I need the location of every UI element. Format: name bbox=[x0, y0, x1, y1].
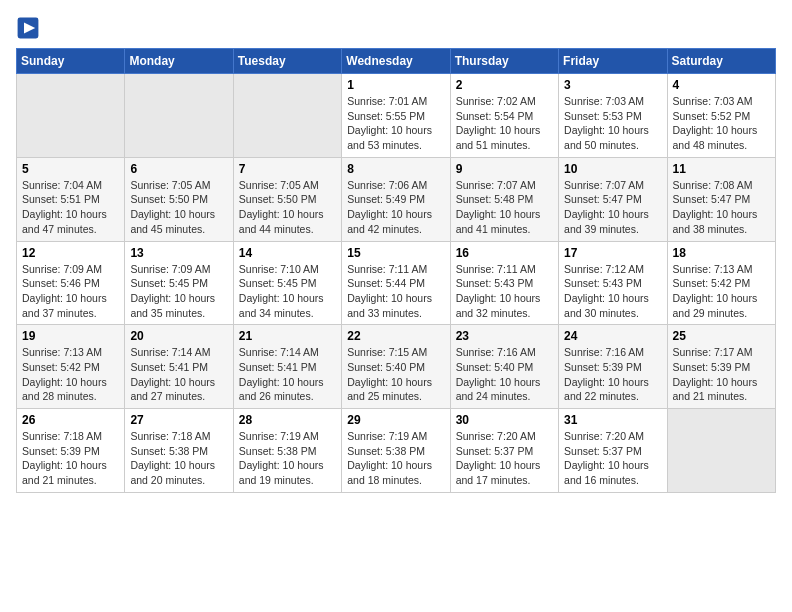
calendar-cell: 4Sunrise: 7:03 AMSunset: 5:52 PMDaylight… bbox=[667, 74, 775, 158]
page-header bbox=[16, 16, 776, 40]
day-info: Sunrise: 7:15 AMSunset: 5:40 PMDaylight:… bbox=[347, 345, 444, 404]
day-info: Sunrise: 7:11 AMSunset: 5:44 PMDaylight:… bbox=[347, 262, 444, 321]
day-info: Sunrise: 7:05 AMSunset: 5:50 PMDaylight:… bbox=[130, 178, 227, 237]
day-number: 6 bbox=[130, 162, 227, 176]
day-info: Sunrise: 7:16 AMSunset: 5:39 PMDaylight:… bbox=[564, 345, 661, 404]
day-info: Sunrise: 7:11 AMSunset: 5:43 PMDaylight:… bbox=[456, 262, 553, 321]
calendar-cell: 20Sunrise: 7:14 AMSunset: 5:41 PMDayligh… bbox=[125, 325, 233, 409]
day-number: 15 bbox=[347, 246, 444, 260]
day-number: 2 bbox=[456, 78, 553, 92]
calendar-week-row: 12Sunrise: 7:09 AMSunset: 5:46 PMDayligh… bbox=[17, 241, 776, 325]
day-info: Sunrise: 7:03 AMSunset: 5:52 PMDaylight:… bbox=[673, 94, 770, 153]
day-info: Sunrise: 7:08 AMSunset: 5:47 PMDaylight:… bbox=[673, 178, 770, 237]
day-number: 10 bbox=[564, 162, 661, 176]
day-number: 25 bbox=[673, 329, 770, 343]
calendar-cell: 9Sunrise: 7:07 AMSunset: 5:48 PMDaylight… bbox=[450, 157, 558, 241]
day-info: Sunrise: 7:10 AMSunset: 5:45 PMDaylight:… bbox=[239, 262, 336, 321]
calendar-cell: 7Sunrise: 7:05 AMSunset: 5:50 PMDaylight… bbox=[233, 157, 341, 241]
day-number: 13 bbox=[130, 246, 227, 260]
day-info: Sunrise: 7:19 AMSunset: 5:38 PMDaylight:… bbox=[347, 429, 444, 488]
calendar-cell: 18Sunrise: 7:13 AMSunset: 5:42 PMDayligh… bbox=[667, 241, 775, 325]
calendar-cell: 27Sunrise: 7:18 AMSunset: 5:38 PMDayligh… bbox=[125, 409, 233, 493]
day-number: 17 bbox=[564, 246, 661, 260]
day-number: 18 bbox=[673, 246, 770, 260]
calendar-cell bbox=[125, 74, 233, 158]
calendar-week-row: 26Sunrise: 7:18 AMSunset: 5:39 PMDayligh… bbox=[17, 409, 776, 493]
calendar-cell: 5Sunrise: 7:04 AMSunset: 5:51 PMDaylight… bbox=[17, 157, 125, 241]
day-number: 22 bbox=[347, 329, 444, 343]
weekday-header: Monday bbox=[125, 49, 233, 74]
day-info: Sunrise: 7:20 AMSunset: 5:37 PMDaylight:… bbox=[456, 429, 553, 488]
calendar-cell: 31Sunrise: 7:20 AMSunset: 5:37 PMDayligh… bbox=[559, 409, 667, 493]
day-info: Sunrise: 7:01 AMSunset: 5:55 PMDaylight:… bbox=[347, 94, 444, 153]
calendar-cell bbox=[667, 409, 775, 493]
day-number: 21 bbox=[239, 329, 336, 343]
day-number: 4 bbox=[673, 78, 770, 92]
weekday-header: Saturday bbox=[667, 49, 775, 74]
day-number: 12 bbox=[22, 246, 119, 260]
calendar-cell: 3Sunrise: 7:03 AMSunset: 5:53 PMDaylight… bbox=[559, 74, 667, 158]
weekday-header: Tuesday bbox=[233, 49, 341, 74]
day-info: Sunrise: 7:05 AMSunset: 5:50 PMDaylight:… bbox=[239, 178, 336, 237]
logo-icon bbox=[16, 16, 40, 40]
day-info: Sunrise: 7:13 AMSunset: 5:42 PMDaylight:… bbox=[22, 345, 119, 404]
weekday-header: Thursday bbox=[450, 49, 558, 74]
logo bbox=[16, 16, 44, 40]
calendar-cell: 29Sunrise: 7:19 AMSunset: 5:38 PMDayligh… bbox=[342, 409, 450, 493]
day-info: Sunrise: 7:14 AMSunset: 5:41 PMDaylight:… bbox=[130, 345, 227, 404]
day-info: Sunrise: 7:07 AMSunset: 5:47 PMDaylight:… bbox=[564, 178, 661, 237]
day-info: Sunrise: 7:20 AMSunset: 5:37 PMDaylight:… bbox=[564, 429, 661, 488]
weekday-header: Wednesday bbox=[342, 49, 450, 74]
calendar-cell: 24Sunrise: 7:16 AMSunset: 5:39 PMDayligh… bbox=[559, 325, 667, 409]
weekday-header-row: SundayMondayTuesdayWednesdayThursdayFrid… bbox=[17, 49, 776, 74]
day-number: 8 bbox=[347, 162, 444, 176]
day-number: 20 bbox=[130, 329, 227, 343]
day-number: 19 bbox=[22, 329, 119, 343]
day-number: 16 bbox=[456, 246, 553, 260]
day-info: Sunrise: 7:16 AMSunset: 5:40 PMDaylight:… bbox=[456, 345, 553, 404]
day-number: 29 bbox=[347, 413, 444, 427]
day-number: 27 bbox=[130, 413, 227, 427]
day-number: 24 bbox=[564, 329, 661, 343]
calendar-week-row: 1Sunrise: 7:01 AMSunset: 5:55 PMDaylight… bbox=[17, 74, 776, 158]
calendar-cell: 17Sunrise: 7:12 AMSunset: 5:43 PMDayligh… bbox=[559, 241, 667, 325]
day-number: 3 bbox=[564, 78, 661, 92]
calendar-cell: 6Sunrise: 7:05 AMSunset: 5:50 PMDaylight… bbox=[125, 157, 233, 241]
calendar-cell bbox=[233, 74, 341, 158]
calendar-cell: 13Sunrise: 7:09 AMSunset: 5:45 PMDayligh… bbox=[125, 241, 233, 325]
day-number: 14 bbox=[239, 246, 336, 260]
calendar-cell: 1Sunrise: 7:01 AMSunset: 5:55 PMDaylight… bbox=[342, 74, 450, 158]
day-number: 1 bbox=[347, 78, 444, 92]
calendar-cell: 26Sunrise: 7:18 AMSunset: 5:39 PMDayligh… bbox=[17, 409, 125, 493]
day-number: 5 bbox=[22, 162, 119, 176]
day-info: Sunrise: 7:07 AMSunset: 5:48 PMDaylight:… bbox=[456, 178, 553, 237]
day-number: 26 bbox=[22, 413, 119, 427]
calendar-week-row: 19Sunrise: 7:13 AMSunset: 5:42 PMDayligh… bbox=[17, 325, 776, 409]
day-info: Sunrise: 7:18 AMSunset: 5:38 PMDaylight:… bbox=[130, 429, 227, 488]
calendar-cell: 16Sunrise: 7:11 AMSunset: 5:43 PMDayligh… bbox=[450, 241, 558, 325]
day-info: Sunrise: 7:09 AMSunset: 5:45 PMDaylight:… bbox=[130, 262, 227, 321]
calendar-week-row: 5Sunrise: 7:04 AMSunset: 5:51 PMDaylight… bbox=[17, 157, 776, 241]
calendar-cell: 23Sunrise: 7:16 AMSunset: 5:40 PMDayligh… bbox=[450, 325, 558, 409]
day-number: 23 bbox=[456, 329, 553, 343]
day-number: 9 bbox=[456, 162, 553, 176]
calendar-cell: 22Sunrise: 7:15 AMSunset: 5:40 PMDayligh… bbox=[342, 325, 450, 409]
calendar-cell: 12Sunrise: 7:09 AMSunset: 5:46 PMDayligh… bbox=[17, 241, 125, 325]
calendar-table: SundayMondayTuesdayWednesdayThursdayFrid… bbox=[16, 48, 776, 493]
calendar-cell: 14Sunrise: 7:10 AMSunset: 5:45 PMDayligh… bbox=[233, 241, 341, 325]
day-info: Sunrise: 7:12 AMSunset: 5:43 PMDaylight:… bbox=[564, 262, 661, 321]
calendar-cell: 30Sunrise: 7:20 AMSunset: 5:37 PMDayligh… bbox=[450, 409, 558, 493]
calendar-cell: 11Sunrise: 7:08 AMSunset: 5:47 PMDayligh… bbox=[667, 157, 775, 241]
day-info: Sunrise: 7:09 AMSunset: 5:46 PMDaylight:… bbox=[22, 262, 119, 321]
day-number: 31 bbox=[564, 413, 661, 427]
day-info: Sunrise: 7:13 AMSunset: 5:42 PMDaylight:… bbox=[673, 262, 770, 321]
calendar-cell: 15Sunrise: 7:11 AMSunset: 5:44 PMDayligh… bbox=[342, 241, 450, 325]
weekday-header: Sunday bbox=[17, 49, 125, 74]
day-info: Sunrise: 7:17 AMSunset: 5:39 PMDaylight:… bbox=[673, 345, 770, 404]
day-info: Sunrise: 7:19 AMSunset: 5:38 PMDaylight:… bbox=[239, 429, 336, 488]
day-info: Sunrise: 7:14 AMSunset: 5:41 PMDaylight:… bbox=[239, 345, 336, 404]
calendar-cell: 8Sunrise: 7:06 AMSunset: 5:49 PMDaylight… bbox=[342, 157, 450, 241]
day-info: Sunrise: 7:02 AMSunset: 5:54 PMDaylight:… bbox=[456, 94, 553, 153]
day-info: Sunrise: 7:18 AMSunset: 5:39 PMDaylight:… bbox=[22, 429, 119, 488]
day-info: Sunrise: 7:06 AMSunset: 5:49 PMDaylight:… bbox=[347, 178, 444, 237]
